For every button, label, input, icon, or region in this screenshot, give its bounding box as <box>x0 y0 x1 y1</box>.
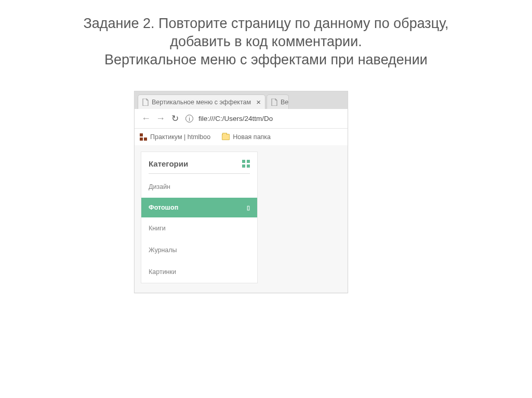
site-icon <box>140 133 147 141</box>
menu-item-pictures[interactable]: Картинки <box>141 261 257 283</box>
browser-toolbar: ← → ↻ i file:///C:/Users/24ttm/Do <box>135 109 348 129</box>
menu-item-books[interactable]: Книги <box>141 217 257 239</box>
address-text: file:///C:/Users/24ttm/Do <box>198 115 273 122</box>
tab-title: Вертикальное меню с эффектам <box>152 99 251 106</box>
chevron-right-icon: ▯ <box>247 204 250 211</box>
menu-item-journals[interactable]: Журналы <box>141 239 257 261</box>
menu-title: Категории <box>149 159 188 168</box>
file-icon <box>271 99 277 106</box>
menu-item-design[interactable]: Дизайн <box>141 176 257 198</box>
bookmark-item[interactable]: Новая папка <box>222 133 271 141</box>
back-button[interactable]: ← <box>139 113 153 124</box>
slide-heading: Задание 2. Повторите страницу по данному… <box>0 0 532 69</box>
categories-menu: Категории Дизайн Фотошоп ▯ Книги Журналы… <box>141 152 258 283</box>
tab-title: Ве <box>281 99 288 106</box>
menu-item-photoshop[interactable]: Фотошоп ▯ <box>141 198 257 217</box>
menu-header: Категории <box>141 152 257 173</box>
bookmark-label: Новая папка <box>233 133 271 141</box>
grid-icon[interactable] <box>242 160 250 168</box>
browser-viewport: Категории Дизайн Фотошоп ▯ Книги Журналы… <box>135 145 348 293</box>
bookmark-label: Практикум | htmlboo <box>150 133 210 141</box>
folder-icon <box>222 134 230 140</box>
menu-item-label: Фотошоп <box>149 204 178 211</box>
heading-line-2: добавить в код комментарии. <box>0 33 532 51</box>
info-icon[interactable]: i <box>185 115 193 122</box>
tab-strip: Вертикальное меню с эффектам × Ве <box>135 91 348 109</box>
heading-line-1: Задание 2. Повторите страницу по данному… <box>0 15 532 33</box>
reload-button[interactable]: ↻ <box>168 113 182 124</box>
file-icon <box>142 99 149 106</box>
address-bar[interactable]: i file:///C:/Users/24ttm/Do <box>185 112 343 126</box>
bookmarks-bar: Практикум | htmlboo Новая папка <box>135 129 348 145</box>
close-icon[interactable]: × <box>256 98 261 106</box>
menu-list: Дизайн Фотошоп ▯ Книги Журналы Картинки <box>141 174 257 283</box>
forward-button[interactable]: → <box>153 113 168 124</box>
browser-tab-secondary[interactable]: Ве <box>267 94 289 109</box>
browser-tab-active[interactable]: Вертикальное меню с эффектам × <box>138 94 265 109</box>
heading-line-3: Вертикальное меню с эффектами при наведе… <box>0 51 532 69</box>
browser-window: Вертикальное меню с эффектам × Ве ← → ↻ … <box>134 91 348 293</box>
bookmark-item[interactable]: Практикум | htmlboo <box>140 133 210 141</box>
